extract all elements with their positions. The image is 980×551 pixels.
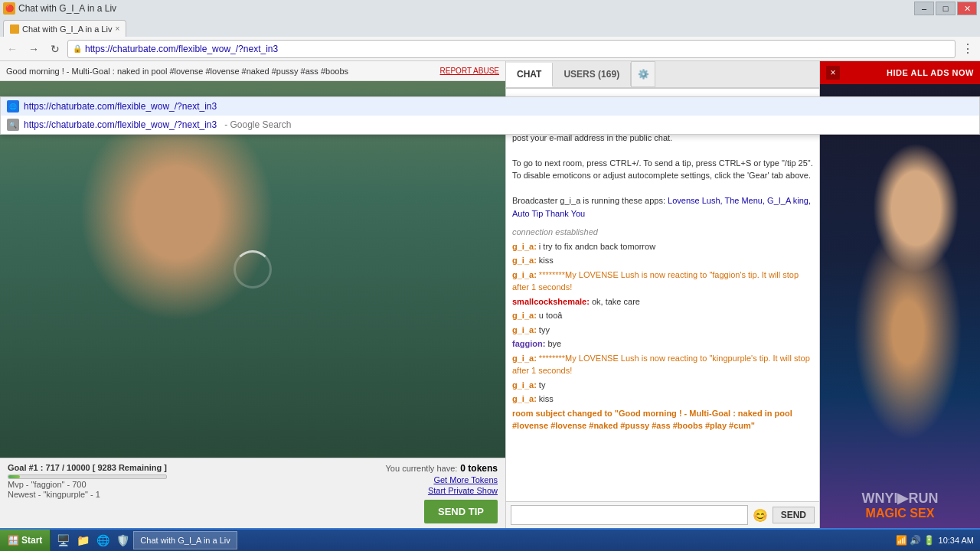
menu-button[interactable]: ⋮: [959, 40, 977, 58]
tab-title: Chat with G_I_A in a Liv: [22, 24, 112, 34]
start-button[interactable]: 🪟 Start: [0, 530, 51, 551]
goal-progress-fill: [8, 475, 20, 478]
taskbar-apps: 🖥️ 📁 🌐 🛡️ Chat with G_I_A in a Liv: [51, 530, 240, 551]
emoji-button[interactable]: 😊: [751, 506, 769, 524]
chat-message-3: g_i_a: ********My LOVENSE Lush is now re…: [512, 269, 813, 294]
refresh-button[interactable]: ↻: [46, 40, 64, 58]
send-tip-button[interactable]: SEND TIP: [424, 500, 498, 523]
chat-tabs: CHAT USERS (169) ⚙️: [506, 61, 819, 89]
rules-text-2: To go to next room, press CTRL+/. To sen…: [512, 158, 813, 181]
taskbar-system-icons: 📶 🔊 🔋: [896, 534, 936, 546]
taskbar-window-title: Chat with G_I_A in a Liv: [140, 536, 230, 545]
ad-title: HIDE ALL ADS NOW: [887, 68, 974, 77]
chat-message-9: g_i_a: ty: [512, 379, 813, 392]
suggestion-2[interactable]: 🔍 https://chaturbate.com/flexible_wow_/?…: [1, 116, 979, 134]
stream-title: Good morning ! - Multi-Goal : naked in p…: [6, 67, 440, 76]
chat-text-7: bye: [547, 339, 561, 348]
start-icon: 🪟: [8, 535, 19, 546]
taskbar-active-window[interactable]: Chat with G_I_A in a Liv: [133, 531, 237, 549]
start-private-show-link[interactable]: Start Private Show: [428, 486, 498, 495]
url-text: https://chaturbate.com/flexible_wow_/?ne…: [85, 44, 950, 54]
chat-username-host: g_i_a:: [512, 242, 539, 251]
system-message: connection established: [512, 227, 598, 236]
tab-chat[interactable]: CHAT: [506, 63, 553, 87]
chat-text-2: kiss: [539, 256, 554, 265]
tab-close-icon[interactable]: ×: [115, 24, 119, 33]
taskbar-battery-icon: 🔋: [923, 534, 936, 546]
video-overlay: [0, 81, 505, 458]
chat-text-4: ok, take care: [592, 297, 640, 306]
chat-message-6: g_i_a: tyy: [512, 324, 813, 337]
chat-message-4: smallcockshemale: ok, take care: [512, 295, 813, 308]
goal-progress-bar: [8, 474, 167, 479]
rules-text-3: Broadcaster g_i_a is running these apps:: [512, 196, 665, 205]
chat-text-8: ********My LOVENSE Lush is now reacting …: [512, 354, 810, 376]
chat-text-9: ty: [539, 380, 546, 390]
chat-message-1: g_i_a: i try to fix andcn back tomorrow: [512, 240, 813, 253]
chat-messages: Rules: No spamming. Do not insist the ca…: [506, 89, 819, 501]
taskbar-network-icon: 📶: [896, 534, 908, 546]
search-icon: 🔍: [7, 119, 19, 131]
chat-text-3: ********My LOVENSE Lush is now reacting …: [512, 270, 799, 292]
url-dropdown: 🌐 https://chaturbate.com/flexible_wow_/?…: [0, 96, 980, 135]
room-subject-text: room subject changed to "Good morning ! …: [512, 409, 792, 431]
window-title: Chat with G_I_A in a Liv: [18, 3, 911, 14]
taskbar-app-browser[interactable]: 🌐: [93, 531, 112, 549]
maximize-button[interactable]: □: [936, 2, 956, 15]
chat-message-10: g_i_a: kiss: [512, 393, 813, 406]
taskbar-volume-icon: 🔊: [910, 534, 922, 546]
ad-image[interactable]: WNYI▶RUN MAGIC SEX: [820, 84, 980, 528]
close-button[interactable]: ✕: [957, 2, 977, 15]
chat-message-5: g_i_a: u tooâ: [512, 309, 813, 322]
ad-logo: WNYI▶RUN: [862, 490, 939, 507]
browser-tab[interactable]: Chat with G_I_A in a Liv ×: [3, 20, 126, 37]
chat-username-host-5: g_i_a:: [512, 311, 539, 320]
chat-username-host-6: g_i_a:: [512, 325, 539, 334]
forward-button[interactable]: →: [24, 40, 43, 58]
minimize-button[interactable]: –: [914, 2, 934, 15]
chat-text-1: i try to fix andcn back tomorrow: [539, 242, 655, 251]
ad-figure: [820, 84, 980, 497]
taskbar-right: 📶 🔊 🔋 10:34 AM: [890, 534, 980, 546]
chat-username-host-3: g_i_a:: [512, 270, 539, 279]
mvp-info: Mvp - "faggion" - 700: [8, 480, 167, 489]
send-message-button[interactable]: SEND: [773, 507, 815, 523]
ad-close-button[interactable]: ×: [826, 66, 840, 80]
gear-icon[interactable]: ⚙️: [631, 61, 655, 87]
stream-footer: Goal #1 : 717 / 10000 [ 9283 Remaining ]…: [0, 458, 505, 528]
chat-text-10: kiss: [539, 394, 554, 403]
chat-username-host-9: g_i_a:: [512, 380, 539, 390]
chat-input[interactable]: [511, 505, 748, 525]
ad-header: × HIDE ALL ADS NOW: [820, 61, 980, 84]
tab-users[interactable]: USERS (169): [553, 63, 631, 86]
taskbar-app-security[interactable]: 🛡️: [113, 531, 132, 549]
suggestion-url-1: https://chaturbate.com/flexible_wow_/?ne…: [24, 101, 217, 112]
back-button[interactable]: ←: [3, 40, 21, 58]
goal-info: Goal #1 : 717 / 10000 [ 9283 Remaining ]: [8, 463, 167, 472]
chat-input-area: 😊 SEND: [506, 501, 819, 528]
start-label: Start: [21, 535, 42, 546]
chat-username-host-8: g_i_a:: [512, 354, 539, 363]
chat-username-host-10: g_i_a:: [512, 394, 539, 403]
chat-username-user: faggion:: [512, 339, 545, 348]
chat-message-8: g_i_a: ********My LOVENSE Lush is now re…: [512, 352, 813, 377]
tab-favicon-icon: [10, 24, 19, 34]
taskbar: 🪟 Start 🖥️ 📁 🌐 🛡️ Chat with G_I_A in a L…: [0, 528, 980, 551]
taskbar-app-1[interactable]: 🖥️: [54, 531, 72, 549]
favicon-icon: 🔴: [3, 2, 15, 15]
suggestion-sub-2: - Google Search: [224, 119, 291, 130]
taskbar-app-2[interactable]: 📁: [74, 531, 92, 549]
suggestion-1[interactable]: 🌐 https://chaturbate.com/flexible_wow_/?…: [1, 97, 979, 116]
get-more-tokens-link[interactable]: Get More Tokens: [433, 475, 498, 484]
tokens-value: 0 tokens: [460, 463, 498, 474]
newest-info: Newest - "kingpurple" - 1: [8, 490, 167, 499]
chat-message-2: g_i_a: kiss: [512, 254, 813, 267]
chat-username-host-2: g_i_a:: [512, 256, 539, 265]
address-bar[interactable]: 🔒 https://chaturbate.com/flexible_wow_/?…: [67, 40, 956, 58]
report-abuse-button[interactable]: REPORT ABUSE: [440, 67, 499, 75]
chat-message-system: connection established: [512, 226, 813, 239]
chat-message-room-subject: room subject changed to "Good morning ! …: [512, 407, 813, 432]
tokens-label: You currently have:: [386, 464, 458, 473]
chat-username-user2: smallcockshemale:: [512, 297, 590, 306]
chat-text-6: tyy: [539, 325, 550, 334]
